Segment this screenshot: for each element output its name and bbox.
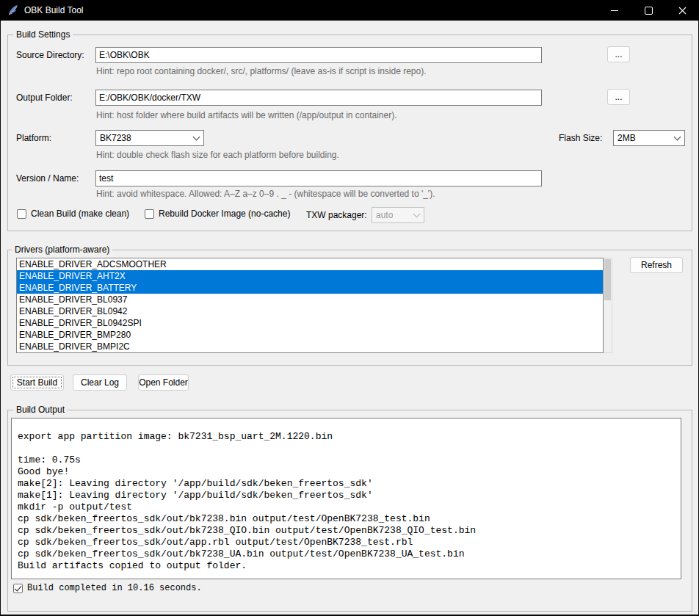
maximize-icon <box>645 7 653 15</box>
build-settings-group-label: Build Settings <box>13 29 73 40</box>
close-button[interactable] <box>665 0 699 21</box>
output-folder-input[interactable] <box>95 90 542 106</box>
clean-build-checkbox[interactable]: Clean Build (make clean) <box>17 209 129 219</box>
source-directory-browse-button[interactable]: ... <box>607 46 630 62</box>
list-item[interactable]: ENABLE_DRIVER_BL0942SPI <box>17 317 603 329</box>
flash-size-combobox[interactable]: 2MB <box>613 130 685 146</box>
output-folder-label: Output Folder: <box>16 93 73 103</box>
open-folder-button[interactable]: Open Folder <box>138 374 189 391</box>
clean-build-checkbox-box <box>17 209 26 219</box>
rebuild-docker-checkbox[interactable]: Rebuild Docker Image (no-cache) <box>145 209 290 219</box>
clear-log-button[interactable]: Clear Log <box>73 374 127 391</box>
scrollbar-thumb[interactable] <box>604 259 611 300</box>
build-log[interactable]: export app partition image: bk7231_bsp_u… <box>11 418 681 579</box>
close-icon <box>678 7 687 15</box>
build-output-group-label: Build Output <box>13 405 68 415</box>
source-directory-label: Source Directory: <box>16 50 84 60</box>
list-item[interactable]: ENABLE_DRIVER_BL0937 <box>17 294 603 305</box>
list-item[interactable]: ENABLE_DRIVER_BMPI2C <box>17 341 603 352</box>
list-item[interactable]: ENABLE_DRIVER_ADCSMOOTHER <box>17 258 603 270</box>
minimize-icon <box>611 10 618 11</box>
platform-label: Platform: <box>16 133 51 143</box>
flash-size-value: 2MB <box>617 133 636 143</box>
source-directory-hint: Hint: repo root containing docker/, src/… <box>96 66 427 76</box>
minimize-button[interactable] <box>598 0 631 21</box>
version-name-input[interactable] <box>95 170 542 186</box>
list-item[interactable]: ENABLE_DRIVER_BMP280 <box>17 329 603 341</box>
list-item[interactable]: ENABLE_DRIVER_AHT2X <box>17 270 603 282</box>
window-title: OBK Build Tool <box>24 5 84 15</box>
maximize-button[interactable] <box>631 0 665 21</box>
build-status-checkbox-box <box>13 584 23 593</box>
source-directory-input[interactable] <box>95 47 542 63</box>
clean-build-checkbox-label: Clean Build (make clean) <box>31 209 129 219</box>
app-window: OBK Build Tool Build Settings Source Dir… <box>0 0 699 616</box>
app-icon <box>7 4 19 16</box>
rebuild-docker-checkbox-label: Rebuild Docker Image (no-cache) <box>159 209 290 219</box>
platform-value: BK7238 <box>100 133 131 143</box>
build-log-text: export app partition image: bk7231_bsp_u… <box>12 418 681 576</box>
refresh-button[interactable]: Refresh <box>630 257 683 273</box>
chevron-down-icon <box>193 134 200 141</box>
list-item[interactable]: ENABLE_DRIVER_BATTERY <box>17 282 603 294</box>
platform-combobox[interactable]: BK7238 <box>95 130 204 146</box>
version-name-hint: Hint: avoid whitespace. Allowed: A–Z a–z… <box>96 189 435 199</box>
drivers-listbox[interactable]: ENABLE_DRIVER_ADCSMOOTHERENABLE_DRIVER_A… <box>16 258 604 353</box>
rebuild-docker-checkbox-box <box>145 209 154 219</box>
titlebar: OBK Build Tool <box>0 0 699 21</box>
build-status-label: Build completed in 10.16 seconds. <box>27 583 202 593</box>
output-folder-hint: Hint: host folder where build artifacts … <box>96 110 397 120</box>
window-controls <box>598 0 699 21</box>
list-item[interactable]: ENABLE_DRIVER_BL0942 <box>17 305 603 317</box>
chevron-down-icon <box>674 134 681 141</box>
chevron-down-icon <box>413 211 421 218</box>
txw-packager-value: auto <box>376 210 393 220</box>
output-folder-browse-button[interactable]: ... <box>607 89 630 105</box>
txw-packager-combobox[interactable]: auto <box>372 207 424 223</box>
build-status-checkbox[interactable]: Build completed in 10.16 seconds. <box>13 583 202 593</box>
version-name-label: Version / Name: <box>16 173 79 184</box>
drivers-group-label: Drivers (platform-aware) <box>12 244 112 255</box>
drivers-scrollbar[interactable] <box>604 258 612 353</box>
flash-size-label: Flash Size: <box>559 133 602 143</box>
platform-hint: Hint: double check flash size for each p… <box>96 150 339 160</box>
start-build-button[interactable]: Start Build <box>10 374 64 391</box>
txw-packager-label: TXW packager: <box>306 210 367 220</box>
